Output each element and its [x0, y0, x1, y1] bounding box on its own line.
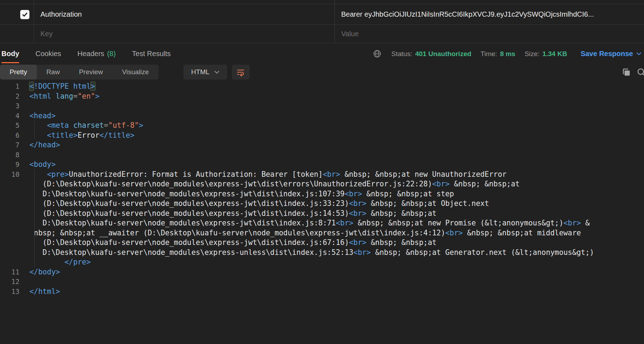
key-cell: [34, 0, 335, 4]
view-visualize[interactable]: Visualize: [112, 65, 159, 80]
line-number: 6: [0, 131, 20, 141]
line-number: [0, 209, 20, 219]
line-number: 10: [0, 170, 20, 180]
code-text: </body>: [29, 267, 60, 277]
search-icon[interactable]: [636, 67, 644, 77]
status-label: Status:: [392, 50, 412, 58]
code-line[interactable]: D:\Desktop\kuafu-server\node_modules\exp…: [0, 189, 644, 199]
line-number: 12: [0, 277, 20, 287]
code-text: D:\Desktop\kuafu-server\node_modules\exp…: [29, 248, 594, 258]
header-key: Authorization: [40, 10, 82, 18]
code-line[interactable]: (D:\Desktop\kuafu-server\node_modules\ex…: [0, 179, 644, 189]
code-line[interactable]: 5 <meta charset="utf-8">: [0, 121, 644, 131]
code-text: <pre>UnauthorizedError: Format is Author…: [29, 170, 506, 180]
code-text: D:\Desktop\kuafu-server\node_modules\exp…: [29, 189, 454, 199]
code-line[interactable]: 9<body>: [0, 160, 644, 170]
response-body-editor[interactable]: 1<!DOCTYPE html>2<html lang="en">34<head…: [0, 82, 644, 344]
wrap-text-icon: [236, 68, 245, 77]
value-placeholder: Value: [341, 30, 359, 38]
code-line[interactable]: (D:\Desktop\kuafu-server\node_modules\ex…: [0, 238, 644, 248]
key-placeholder: Key: [40, 30, 52, 38]
code-text: (D:\Desktop\kuafu-server\node_modules\ex…: [29, 238, 437, 248]
code-line[interactable]: 7</head>: [0, 140, 644, 150]
tab-headers[interactable]: Headers(8): [77, 43, 116, 64]
save-response-label: Save Response: [581, 50, 633, 58]
chevron-down-icon: [215, 71, 219, 74]
code-line[interactable]: 6 <title>Error</title>: [0, 131, 644, 141]
line-number: 9: [0, 160, 20, 170]
code-text: </head>: [29, 140, 60, 150]
line-number: 13: [0, 287, 20, 297]
code-line[interactable]: 1<!DOCTYPE html>: [0, 82, 644, 92]
code-line[interactable]: 8: [0, 150, 644, 160]
status-value: 401 Unauthorized: [415, 50, 471, 58]
save-response-button[interactable]: Save Response: [581, 50, 641, 58]
code-lines: 1<!DOCTYPE html>2<html lang="en">34<head…: [0, 82, 644, 296]
code-text: D:\Desktop\kuafu-server\node_modules\exp…: [29, 218, 590, 228]
code-text: <html lang="en">: [29, 92, 100, 102]
tab-label: Cookies: [35, 50, 61, 58]
code-text: <head>: [29, 111, 56, 121]
response-meta: Status: 401 Unauthorized Time: 8 ms Size…: [372, 49, 641, 59]
line-number: 7: [0, 140, 20, 150]
indent-guide: [34, 169, 35, 267]
code-line[interactable]: nbsp; &nbsp;at __awaiter (D:\Desktop\kua…: [0, 228, 644, 238]
header-value: Bearer eyJhbGciOiJIUzI1NiIsInR5cCI6IkpXV…: [341, 10, 594, 18]
tab-count-badge: (8): [107, 50, 116, 58]
copy-icon[interactable]: [621, 67, 631, 77]
view-raw[interactable]: Raw: [37, 65, 70, 80]
line-number: 4: [0, 111, 20, 121]
tab-label: Test Results: [132, 50, 171, 58]
line-number: [0, 257, 20, 267]
key-cell[interactable]: Authorization: [34, 4, 335, 24]
table-row-partial: [0, 0, 644, 4]
globe-icon[interactable]: [372, 49, 382, 59]
code-line[interactable]: 10 <pre>UnauthorizedError: Format is Aut…: [0, 170, 644, 180]
code-line[interactable]: 12: [0, 277, 644, 287]
value-cell[interactable]: Value: [335, 25, 644, 43]
response-toolbar: PrettyRawPreviewVisualize HTML: [0, 65, 644, 80]
line-number: [0, 199, 20, 209]
format-label: HTML: [191, 68, 210, 76]
code-text: nbsp; &nbsp;at __awaiter (D:\Desktop\kua…: [29, 228, 581, 238]
tab-test-results[interactable]: Test Results: [132, 43, 171, 64]
line-number: 2: [0, 92, 20, 102]
code-text: <meta charset="utf-8">: [29, 121, 143, 131]
format-select[interactable]: HTML: [183, 65, 227, 80]
tab-cookies[interactable]: Cookies: [35, 43, 61, 64]
line-number: 3: [0, 101, 20, 111]
checkbox-cell: [0, 4, 34, 24]
wrap-text-button[interactable]: [232, 65, 250, 80]
key-cell[interactable]: Key: [34, 25, 335, 43]
view-pretty[interactable]: Pretty: [0, 65, 37, 80]
code-line[interactable]: 11</body>: [0, 267, 644, 277]
checkbox-cell: [0, 0, 34, 4]
code-line[interactable]: (D:\Desktop\kuafu-server\node_modules\ex…: [0, 209, 644, 219]
line-number: 11: [0, 267, 20, 277]
code-text: (D:\Desktop\kuafu-server\node_modules\ex…: [29, 209, 437, 219]
view-preview[interactable]: Preview: [70, 65, 113, 80]
header-enabled-checkbox[interactable]: [20, 10, 29, 19]
code-line[interactable]: (D:\Desktop\kuafu-server\node_modules\ex…: [0, 199, 644, 209]
line-number: [0, 179, 20, 189]
time-label: Time:: [481, 50, 497, 58]
table-row-new: Key Value: [0, 25, 644, 43]
code-line[interactable]: 3: [0, 101, 644, 111]
value-cell[interactable]: Bearer eyJhbGciOiJIUzI1NiIsInR5cCI6IkpXV…: [335, 4, 644, 24]
code-text: <body>: [29, 160, 56, 170]
time-value: 8 ms: [500, 50, 515, 58]
line-number: [0, 238, 20, 248]
code-line[interactable]: D:\Desktop\kuafu-server\node_modules\exp…: [0, 248, 644, 258]
code-line[interactable]: 4<head>: [0, 111, 644, 121]
code-line[interactable]: 13</html>: [0, 287, 644, 297]
line-number: [0, 218, 20, 228]
tab-body[interactable]: Body: [1, 43, 19, 64]
code-line[interactable]: D:\Desktop\kuafu-server\node_modules\exp…: [0, 218, 644, 228]
code-line[interactable]: 2<html lang="en">: [0, 92, 644, 102]
code-text: <title>Error</title>: [29, 131, 134, 141]
code-text: <!DOCTYPE html>: [29, 82, 95, 92]
checkbox-cell: [0, 25, 34, 43]
size-label: Size:: [524, 50, 539, 58]
line-number: 5: [0, 121, 20, 131]
code-line[interactable]: </pre>: [0, 257, 644, 267]
